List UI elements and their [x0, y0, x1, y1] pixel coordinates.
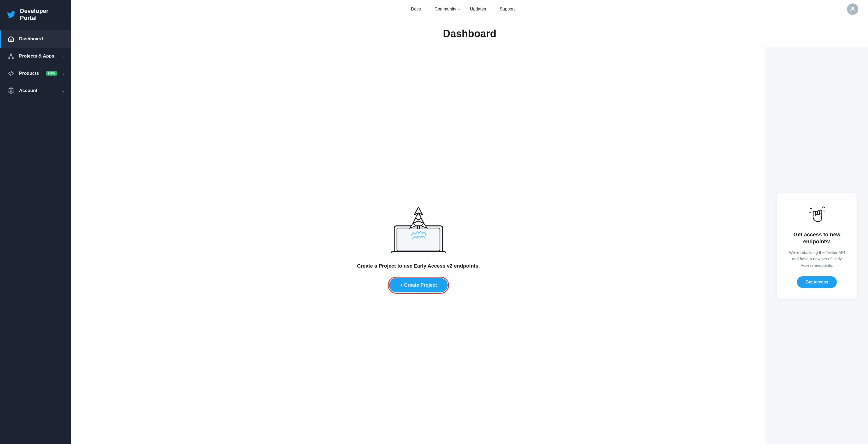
topnav-updates-label: Updates — [470, 7, 486, 11]
new-badge: NEW — [46, 71, 57, 75]
right-card-description: We're rebuilding the Twitter API and hav… — [785, 249, 849, 269]
sidebar-item-label-account: Account — [19, 88, 57, 93]
topnav-docs[interactable]: Docs ⌄ — [407, 5, 429, 14]
code-icon — [7, 70, 15, 77]
gear-icon — [7, 87, 15, 94]
dashboard-main: Create a Project to use Early Access v2 … — [71, 47, 868, 444]
svg-rect-15 — [419, 226, 420, 229]
chevron-down-icon-products: ⌄ — [62, 71, 65, 75]
svg-point-8 — [851, 7, 854, 9]
svg-point-7 — [10, 90, 12, 91]
topnav-community-label: Community — [435, 7, 456, 11]
topnav: Docs ⌄ Community ⌄ Updates ⌄ Support — [71, 0, 868, 18]
user-icon — [849, 6, 856, 13]
sidebar-item-label-projects: Projects & Apps — [19, 54, 57, 59]
left-panel: Create a Project to use Early Access v2 … — [71, 47, 766, 444]
create-project-wrapper: + Create Project — [389, 278, 448, 292]
get-access-button[interactable]: Get access — [797, 276, 837, 288]
right-card: Get access to new endpoints! We're rebui… — [777, 193, 857, 299]
svg-rect-11 — [397, 228, 440, 251]
chevron-down-icon-docs: ⌄ — [422, 7, 425, 11]
sidebar-item-label-products: Products — [19, 71, 41, 76]
create-project-button[interactable]: + Create Project — [389, 278, 448, 292]
topnav-updates[interactable]: Updates ⌄ — [466, 5, 495, 14]
topnav-community[interactable]: Community ⌄ — [430, 5, 465, 14]
main-content: Docs ⌄ Community ⌄ Updates ⌄ Support — [71, 0, 868, 444]
rocket-illustration — [389, 199, 448, 253]
svg-line-3 — [9, 55, 11, 58]
sidebar-logo: Developer Portal — [0, 0, 71, 30]
topnav-docs-label: Docs — [411, 7, 421, 11]
topnav-support-label: Support — [500, 7, 515, 11]
sidebar-item-label-dashboard: Dashboard — [19, 36, 65, 42]
sidebar-item-account[interactable]: Account ⌄ — [0, 82, 71, 99]
right-card-title: Get access to new endpoints! — [785, 231, 849, 245]
right-panel: Get access to new endpoints! We're rebui… — [766, 47, 868, 444]
sidebar-item-dashboard[interactable]: Dashboard — [0, 30, 71, 47]
svg-line-6 — [10, 71, 11, 75]
svg-line-4 — [11, 55, 13, 58]
network-icon — [7, 53, 15, 60]
svg-point-13 — [416, 215, 421, 220]
sidebar-nav: Dashboard Projects & Apps ⌄ — [0, 30, 71, 444]
sidebar-logo-text: Developer Portal — [20, 7, 65, 22]
sidebar-item-projects-apps[interactable]: Projects & Apps ⌄ — [0, 47, 71, 65]
chevron-down-icon-updates: ⌄ — [487, 7, 490, 11]
svg-rect-14 — [417, 226, 418, 229]
chevron-down-icon-account: ⌄ — [62, 89, 65, 93]
user-avatar[interactable] — [847, 3, 858, 15]
home-icon — [7, 35, 15, 43]
chevron-down-icon-community: ⌄ — [458, 7, 460, 11]
twitter-logo-icon — [6, 10, 16, 19]
topnav-items: Docs ⌄ Community ⌄ Updates ⌄ Support — [81, 5, 845, 14]
sidebar-item-products[interactable]: Products NEW ⌄ — [0, 65, 71, 82]
create-project-description: Create a Project to use Early Access v2 … — [357, 262, 480, 270]
hand-wave-icon — [806, 203, 828, 225]
topnav-support[interactable]: Support — [495, 5, 519, 14]
dashboard-title-bar: Dashboard — [71, 18, 868, 47]
page-title: Dashboard — [71, 28, 868, 39]
svg-rect-10 — [392, 251, 445, 253]
chevron-down-icon: ⌄ — [62, 54, 65, 58]
sidebar: Developer Portal Dashboard — [0, 0, 71, 444]
dashboard-body: Dashboard — [71, 18, 868, 444]
